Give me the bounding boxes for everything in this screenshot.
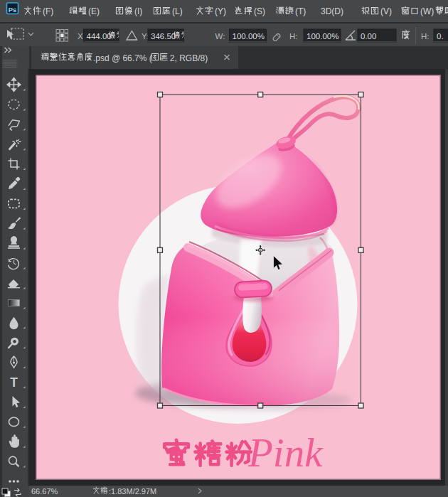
svg-text:(F): (F): [43, 6, 53, 16]
svg-text:Ps: Ps: [9, 6, 17, 14]
svg-text:W:: W:: [215, 32, 225, 41]
svg-text:(T): (T): [295, 6, 306, 16]
svg-text:(W): (W): [420, 6, 434, 16]
svg-text:(E): (E): [88, 6, 100, 16]
svg-text:Pink: Pink: [247, 430, 324, 475]
svg-text:66.67%: 66.67%: [31, 487, 58, 496]
svg-text:100.00%: 100.00%: [233, 32, 265, 41]
svg-text:(V): (V): [380, 6, 392, 16]
svg-text:(L): (L): [172, 6, 183, 16]
svg-text:0.: 0.: [437, 32, 444, 41]
svg-text:H:: H:: [289, 32, 298, 41]
svg-text:3D(D): 3D(D): [321, 6, 343, 16]
svg-text:100.00%: 100.00%: [306, 32, 338, 41]
svg-text:(I): (I): [134, 6, 142, 16]
svg-text:H:: H:: [421, 32, 430, 41]
svg-text::1.83M/2.97M: :1.83M/2.97M: [109, 487, 156, 496]
svg-text:(S): (S): [254, 6, 265, 16]
svg-text:.psd @ 66.7% (: .psd @ 66.7% (: [93, 53, 152, 63]
svg-text:444.00: 444.00: [87, 32, 112, 41]
svg-text:2, RGB/8): 2, RGB/8): [170, 53, 208, 63]
svg-text:T: T: [10, 375, 18, 390]
svg-text:0.00: 0.00: [361, 32, 376, 41]
svg-text:(Y): (Y): [215, 6, 226, 16]
svg-text:346.50: 346.50: [151, 32, 176, 41]
